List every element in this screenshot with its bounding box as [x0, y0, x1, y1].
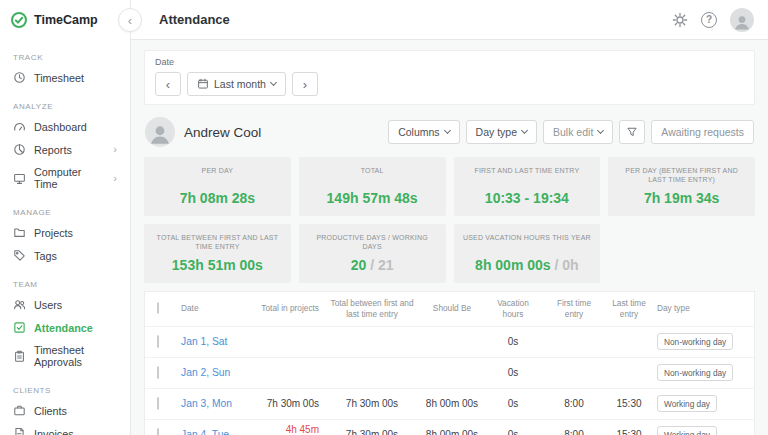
- bulk-edit-dropdown[interactable]: Bulk edit: [543, 120, 613, 144]
- last-time-entry-value: [605, 340, 653, 344]
- brand-name: TimeCamp: [34, 13, 98, 27]
- first-time-entry-value: [543, 340, 605, 344]
- monitor-icon: [13, 172, 26, 185]
- summary-card-first-last-entry: FIRST AND LAST TIME ENTRY 10:33 - 19:34: [454, 157, 601, 216]
- sidebar-item-timesheet[interactable]: Timesheet: [0, 66, 130, 89]
- chevron-right-icon: ›: [113, 173, 117, 184]
- previous-period-button[interactable]: ‹: [155, 72, 181, 96]
- columns-label: Columns: [398, 126, 439, 138]
- funnel-icon: [626, 126, 638, 138]
- timecamp-logo[interactable]: TimeCamp: [0, 0, 130, 40]
- filter-button[interactable]: [619, 120, 645, 144]
- sidebar-item-dashboard[interactable]: Dashboard: [0, 115, 130, 138]
- card-value: 20: [351, 257, 367, 273]
- summary-card-used-vacation: USED VACATION HOURS THIS YEAR 8h 00m 00s…: [454, 224, 601, 283]
- vacation-hours-value: 0s: [483, 396, 543, 411]
- employee-name: Andrew Cool: [184, 125, 261, 140]
- day-type-badge[interactable]: Working day: [657, 395, 717, 412]
- sidebar-item-label: Computer Time: [34, 166, 105, 190]
- sidebar-item-tags[interactable]: Tags: [0, 244, 130, 267]
- should-be-value: [421, 340, 483, 344]
- settings-gear-icon[interactable]: [672, 12, 688, 28]
- user-avatar[interactable]: [730, 8, 754, 32]
- card-value: 7h 19m 34s: [644, 190, 720, 206]
- card-label: PRODUCTIVE DAYS / WORKING DAYS: [307, 233, 438, 252]
- total-between-value: 7h 30m 00s: [323, 427, 421, 435]
- sidebar-item-label: Users: [34, 299, 62, 311]
- card-value: 8h 00m 00s: [475, 257, 551, 273]
- row-checkbox[interactable]: [157, 366, 159, 379]
- day-type-dropdown[interactable]: Day type: [466, 120, 537, 144]
- col-header-vacation-hours: Vacation hours: [483, 296, 543, 322]
- date-range-dropdown[interactable]: Last month: [187, 72, 286, 96]
- card-label: PER DAY: [152, 166, 283, 175]
- summary-card-total-between: TOTAL BETWEEN FIRST AND LAST TIME ENTRY …: [144, 224, 291, 283]
- date-link[interactable]: Jan 4, Tue: [181, 429, 229, 435]
- nav-section-clients: CLIENTS: [0, 373, 130, 399]
- chevron-right-icon: ›: [303, 77, 307, 92]
- total-in-projects-value: [247, 340, 323, 344]
- first-time-entry-value: 8:00: [543, 427, 605, 435]
- card-value: 149h 57m 48s: [327, 190, 418, 206]
- sidebar-item-invoices[interactable]: Invoices: [0, 422, 130, 435]
- card-label: FIRST AND LAST TIME ENTRY: [462, 166, 593, 175]
- chevron-right-icon: ›: [113, 144, 117, 155]
- row-checkbox[interactable]: [157, 397, 159, 410]
- sidebar-collapse-button[interactable]: ‹: [118, 8, 142, 32]
- card-label: TOTAL BETWEEN FIRST AND LAST TIME ENTRY: [152, 233, 283, 252]
- columns-dropdown[interactable]: Columns: [388, 120, 459, 144]
- should-be-value: [421, 371, 483, 375]
- date-filter-label: Date: [155, 57, 744, 67]
- employee-avatar[interactable]: [145, 117, 175, 147]
- col-header-total-in-projects: Total in projects: [247, 301, 323, 316]
- date-link[interactable]: Jan 3, Mon: [181, 398, 232, 409]
- chevron-down-icon: [270, 79, 277, 86]
- card-label: TOTAL: [307, 166, 438, 175]
- card-suffix: / 0h: [551, 257, 579, 273]
- summary-card-productive-days: PRODUCTIVE DAYS / WORKING DAYS 20 / 21: [299, 224, 446, 283]
- sidebar-item-label: Invoices: [34, 428, 74, 435]
- date-link[interactable]: Jan 1, Sat: [181, 336, 227, 347]
- select-all-checkbox[interactable]: [157, 302, 159, 314]
- last-time-entry-value: 15:30: [605, 427, 653, 435]
- card-value: 7h 08m 28s: [180, 190, 256, 206]
- sidebar-item-attendance[interactable]: Attendance: [0, 316, 130, 339]
- row-checkbox[interactable]: [157, 428, 159, 435]
- card-label: PER DAY (BETWEEN FIRST AND LAST TIME ENT…: [616, 166, 747, 185]
- help-glyph: ?: [706, 14, 712, 25]
- vacation-hours-value: 0s: [483, 334, 543, 349]
- nav-section-team: TEAM: [0, 267, 130, 293]
- check-square-icon: [13, 321, 26, 334]
- nav-section-manage: MANAGE: [0, 195, 130, 221]
- vacation-hours-value: 0s: [483, 365, 543, 380]
- first-time-entry-value: [543, 371, 605, 375]
- date-link[interactable]: Jan 2, Sun: [181, 367, 230, 378]
- sidebar-item-computer-time[interactable]: Computer Time ›: [0, 161, 130, 195]
- sidebar-item-label: Tags: [34, 250, 57, 262]
- total-in-projects-value: 7h 30m 00s: [247, 396, 323, 411]
- col-header-should-be: Should Be: [421, 301, 483, 316]
- col-header-last-time-entry: Last time entry: [605, 296, 653, 322]
- help-icon[interactable]: ?: [701, 12, 717, 28]
- total-between-value: [323, 340, 421, 344]
- next-period-button[interactable]: ›: [292, 72, 318, 96]
- row-checkbox[interactable]: [157, 335, 159, 348]
- sidebar-item-label: Timesheet: [34, 72, 84, 84]
- sidebar-item-reports[interactable]: Reports ›: [0, 138, 130, 161]
- sidebar-item-users[interactable]: Users: [0, 293, 130, 316]
- day-type-badge[interactable]: Non-working day: [657, 333, 733, 350]
- awaiting-requests-button[interactable]: Awaiting requests: [651, 120, 754, 144]
- sidebar-item-label: Dashboard: [34, 121, 87, 133]
- total-in-projects-warning-value: 4h 45m 00s: [281, 424, 319, 435]
- sidebar-item-timesheet-approvals[interactable]: Timesheet Approvals: [0, 339, 130, 373]
- summary-cards-row-1: PER DAY 7h 08m 28s TOTAL 149h 57m 48s FI…: [144, 157, 755, 216]
- col-header-date: Date: [177, 301, 247, 316]
- vacation-hours-value: 0s: [483, 427, 543, 435]
- sidebar-item-projects[interactable]: Projects: [0, 221, 130, 244]
- card-value: 153h 51m 00s: [172, 257, 263, 273]
- summary-card-per-day-between: PER DAY (BETWEEN FIRST AND LAST TIME ENT…: [608, 157, 755, 216]
- day-type-badge[interactable]: Working day: [657, 426, 717, 435]
- clipboard-icon: [13, 350, 26, 363]
- sidebar-item-clients[interactable]: Clients: [0, 399, 130, 422]
- day-type-badge[interactable]: Non-working day: [657, 364, 733, 381]
